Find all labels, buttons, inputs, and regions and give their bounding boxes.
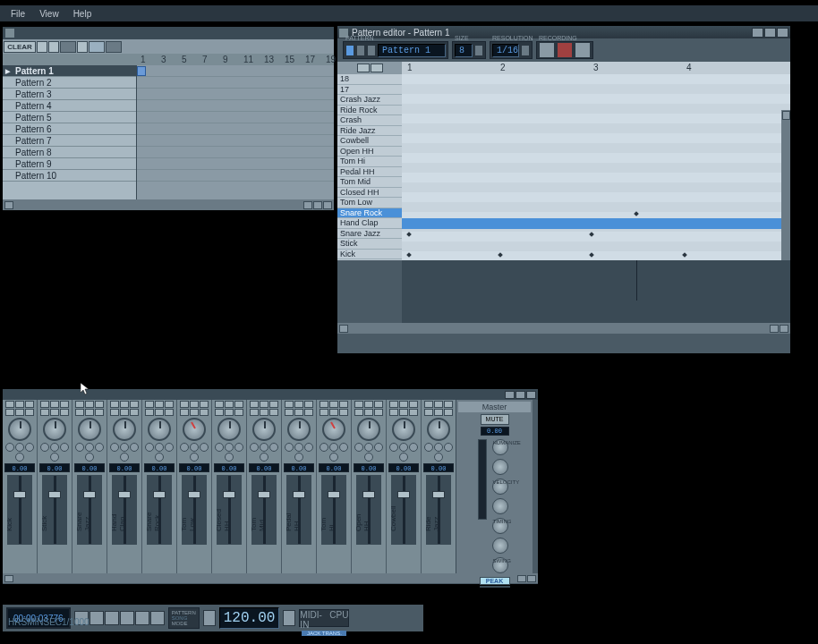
- mx-scroll-end[interactable]: [527, 575, 536, 582]
- ch-btn[interactable]: [5, 409, 14, 416]
- ch-btn[interactable]: [374, 401, 383, 408]
- pattern-list-item[interactable]: Pattern 3: [3, 89, 136, 100]
- ch-btn[interactable]: [399, 409, 408, 416]
- ch-btn[interactable]: [234, 409, 243, 416]
- fx-knob[interactable]: [364, 453, 373, 462]
- ch-btn[interactable]: [329, 409, 338, 416]
- ch-btn[interactable]: [200, 401, 209, 408]
- song-grid[interactable]: [137, 65, 334, 199]
- hscroll-left-icon[interactable]: [339, 325, 348, 333]
- instrument-row[interactable]: Hand Clap: [337, 218, 402, 229]
- fader-thumb[interactable]: [153, 491, 166, 498]
- ch-btn[interactable]: [304, 401, 313, 408]
- velocity-knob[interactable]: [492, 459, 508, 475]
- ch-btn[interactable]: [130, 401, 139, 408]
- song-grid-row[interactable]: [137, 158, 334, 170]
- fx-knob[interactable]: [399, 443, 408, 452]
- fx-knob[interactable]: [285, 443, 294, 452]
- menu-view[interactable]: View: [32, 7, 66, 21]
- ch-btn[interactable]: [95, 409, 104, 416]
- channel-fader[interactable]: [42, 475, 67, 545]
- ch-btn[interactable]: [424, 401, 433, 408]
- fx-knob[interactable]: [354, 443, 363, 452]
- ch-btn[interactable]: [304, 409, 313, 416]
- ch-btn[interactable]: [215, 401, 224, 408]
- fx-knob[interactable]: [60, 443, 69, 452]
- fader-thumb[interactable]: [48, 491, 61, 498]
- forward-button[interactable]: [135, 611, 149, 625]
- loop-button[interactable]: [150, 611, 165, 625]
- note-event[interactable]: [589, 232, 594, 237]
- ch-btn[interactable]: [145, 409, 154, 416]
- song-grid-row[interactable]: [137, 65, 334, 77]
- song-grid-row[interactable]: [137, 123, 334, 135]
- note-event[interactable]: [406, 232, 412, 237]
- se-down-button[interactable]: [48, 41, 59, 53]
- instrument-row[interactable]: Snare Jazz: [337, 229, 402, 240]
- ch-btn[interactable]: [120, 409, 129, 416]
- ch-btn[interactable]: [250, 409, 259, 416]
- ch-btn[interactable]: [285, 401, 294, 408]
- stop-button[interactable]: [120, 611, 134, 625]
- instrument-row[interactable]: Kick: [337, 250, 402, 260]
- master-mute-button[interactable]: MUTE: [481, 414, 509, 425]
- ch-btn[interactable]: [180, 401, 189, 408]
- ch-btn[interactable]: [15, 409, 24, 416]
- song-grid-row[interactable]: [137, 112, 334, 123]
- fx-knob[interactable]: [434, 443, 443, 452]
- fx-knob[interactable]: [260, 453, 268, 462]
- fx-knob[interactable]: [110, 443, 119, 452]
- hear-button[interactable]: [539, 42, 555, 58]
- ch-btn[interactable]: [444, 409, 453, 416]
- ch-btn[interactable]: [260, 401, 268, 408]
- ch-btn[interactable]: [339, 409, 348, 416]
- ch-btn[interactable]: [130, 409, 139, 416]
- peak-button[interactable]: PEAK: [480, 577, 510, 585]
- fx-knob[interactable]: [374, 443, 383, 452]
- pattern-list-item[interactable]: Pattern 10: [3, 170, 136, 182]
- fx-knob[interactable]: [389, 443, 398, 452]
- ch-btn[interactable]: [409, 409, 418, 416]
- fx-knob[interactable]: [40, 443, 49, 452]
- play-button[interactable]: [89, 611, 104, 625]
- pattern-list-item[interactable]: Pattern 2: [3, 77, 136, 89]
- fx-knob[interactable]: [269, 443, 278, 452]
- ch-btn[interactable]: [120, 401, 129, 408]
- pattern-list-item[interactable]: Pattern 1: [3, 65, 136, 77]
- fx-knob[interactable]: [155, 443, 164, 452]
- note-event[interactable]: [406, 252, 412, 258]
- ch-btn[interactable]: [60, 401, 69, 408]
- note-event[interactable]: [634, 211, 639, 216]
- pan-knob[interactable]: [148, 418, 171, 441]
- ch-btn[interactable]: [434, 401, 443, 408]
- fx-knob[interactable]: [329, 443, 338, 452]
- fx-knob[interactable]: [320, 443, 328, 452]
- hscroll-right-icon[interactable]: [770, 325, 779, 333]
- fx-knob[interactable]: [225, 443, 234, 452]
- ch-btn[interactable]: [190, 401, 199, 408]
- fx-knob[interactable]: [190, 443, 199, 452]
- ch-btn[interactable]: [50, 409, 59, 416]
- channel-fader[interactable]: [426, 475, 451, 545]
- fx-knob[interactable]: [85, 443, 94, 452]
- ch-btn[interactable]: [234, 401, 243, 408]
- instrument-row[interactable]: Tom Low: [337, 198, 402, 208]
- scroll-up-icon[interactable]: [782, 111, 790, 120]
- channel-fader[interactable]: [356, 475, 381, 545]
- ch-btn[interactable]: [444, 401, 453, 408]
- instrument-row[interactable]: Ride Rock: [337, 106, 402, 116]
- fx-knob[interactable]: [304, 443, 313, 452]
- fx-knob[interactable]: [85, 453, 94, 462]
- fx-knob[interactable]: [25, 443, 34, 452]
- ch-btn[interactable]: [5, 401, 14, 408]
- ch-btn[interactable]: [389, 409, 398, 416]
- ch-btn[interactable]: [364, 401, 373, 408]
- ch-btn[interactable]: [155, 409, 164, 416]
- maximize-icon[interactable]: [764, 28, 776, 38]
- fx-knob[interactable]: [15, 453, 24, 462]
- channel-fader[interactable]: [286, 475, 311, 545]
- fx-knob[interactable]: [434, 453, 443, 462]
- ch-btn[interactable]: [75, 401, 84, 408]
- play-icon[interactable]: [313, 201, 322, 209]
- record-button[interactable]: [557, 42, 573, 58]
